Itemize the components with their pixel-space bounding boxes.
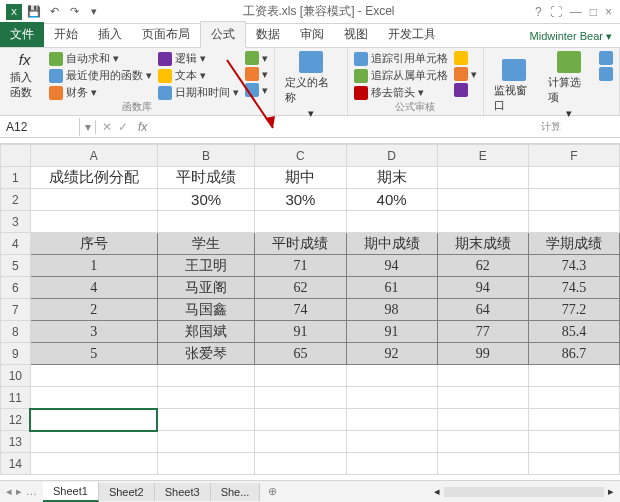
cell[interactable]: 平时成绩 [157,167,255,189]
cell[interactable]: 30% [157,189,255,211]
cell[interactable]: 62 [437,255,528,277]
cell[interactable]: 郑国斌 [157,321,255,343]
cell[interactable]: 30% [255,189,346,211]
cell[interactable] [30,453,157,475]
defined-names-button[interactable]: 定义的名称 ▾ [281,51,341,120]
cell[interactable]: 期末 [346,167,437,189]
fx-label-icon[interactable]: fx [134,120,151,134]
recent-functions-button[interactable]: 最近使用的函数 ▾ [49,68,152,83]
watch-window-button[interactable]: 监视窗口 [490,51,539,120]
cell[interactable]: 5 [30,343,157,365]
tab-file[interactable]: 文件 [0,22,44,47]
calculate-now-button[interactable] [599,51,613,65]
cell[interactable] [437,167,528,189]
cell[interactable] [528,387,619,409]
cell[interactable] [30,211,157,233]
name-box-dropdown-icon[interactable]: ▾ [80,120,96,134]
cell[interactable] [528,409,619,431]
cell[interactable] [437,409,528,431]
cell[interactable]: 64 [437,299,528,321]
row-header[interactable]: 4 [1,233,31,255]
hscroll-left-icon[interactable]: ◂ [434,485,440,498]
cell[interactable] [437,387,528,409]
cell[interactable]: 77 [437,321,528,343]
cell[interactable]: 74.3 [528,255,619,277]
tab-review[interactable]: 审阅 [290,22,334,47]
row-header[interactable]: 2 [1,189,31,211]
name-box[interactable]: A12 [0,118,80,136]
undo-icon[interactable]: ↶ [46,4,62,20]
cell[interactable]: 期末成绩 [437,233,528,255]
cell[interactable] [437,211,528,233]
cancel-formula-icon[interactable]: ✕ [102,120,112,134]
row-header[interactable]: 1 [1,167,31,189]
cell[interactable]: 99 [437,343,528,365]
help-icon[interactable]: ? [535,5,542,19]
cell[interactable] [30,431,157,453]
cell[interactable]: 王卫明 [157,255,255,277]
col-header-D[interactable]: D [346,145,437,167]
minimize-icon[interactable]: — [570,5,582,19]
cell[interactable]: 65 [255,343,346,365]
cell[interactable] [437,453,528,475]
ribbon-display-icon[interactable]: ⛶ [550,5,562,19]
col-header-E[interactable]: E [437,145,528,167]
autosum-button[interactable]: 自动求和 ▾ [49,51,152,66]
trace-precedents-button[interactable]: 追踪引用单元格 [354,51,448,66]
qat-dropdown-icon[interactable]: ▾ [86,4,102,20]
cell[interactable]: 平时成绩 [255,233,346,255]
hscroll-right-icon[interactable]: ▸ [608,485,614,498]
cell[interactable] [255,365,346,387]
cell[interactable]: 马亚阁 [157,277,255,299]
cell[interactable]: 期中 [255,167,346,189]
cell[interactable] [255,431,346,453]
cell[interactable]: 3 [30,321,157,343]
cell[interactable] [255,387,346,409]
cell[interactable]: 马国鑫 [157,299,255,321]
logical-button[interactable]: 逻辑 ▾ [158,51,239,66]
calculation-options-button[interactable]: 计算选项 ▾ [544,51,593,120]
cell[interactable]: 2 [30,299,157,321]
cell[interactable]: 85.4 [528,321,619,343]
row-header[interactable]: 10 [1,365,31,387]
cell[interactable]: 4 [30,277,157,299]
save-icon[interactable]: 💾 [26,4,42,20]
cell[interactable]: 61 [346,277,437,299]
cell[interactable] [528,365,619,387]
cell[interactable] [528,453,619,475]
cell[interactable]: 序号 [30,233,157,255]
row-header[interactable]: 8 [1,321,31,343]
cell[interactable] [255,211,346,233]
cell[interactable]: 成绩比例分配 [30,167,157,189]
cell[interactable] [157,453,255,475]
col-header-A[interactable]: A [30,145,157,167]
cell[interactable]: 86.7 [528,343,619,365]
error-checking-button[interactable]: ▾ [454,67,477,81]
cell[interactable] [437,431,528,453]
cell[interactable]: 74.5 [528,277,619,299]
show-formulas-button[interactable] [454,51,477,65]
cell[interactable] [157,431,255,453]
maximize-icon[interactable]: □ [590,5,597,19]
cell[interactable]: 期中成绩 [346,233,437,255]
cell[interactable]: 学生 [157,233,255,255]
col-header-F[interactable]: F [528,145,619,167]
cell[interactable] [30,365,157,387]
enter-formula-icon[interactable]: ✓ [118,120,128,134]
close-icon[interactable]: × [605,5,612,19]
worksheet-grid[interactable]: A B C D E F 1 成绩比例分配 平时成绩 期中 期末 2 30% 30… [0,144,620,475]
sheet-tab-2[interactable]: Sheet2 [99,483,155,501]
row-header[interactable]: 3 [1,211,31,233]
row-header[interactable]: 12 [1,409,31,431]
cell[interactable] [255,409,346,431]
cell[interactable] [528,431,619,453]
datetime-button[interactable]: 日期和时间 ▾ [158,85,239,100]
tab-formulas[interactable]: 公式 [200,21,246,48]
new-sheet-icon[interactable]: ⊕ [260,485,285,498]
cell[interactable] [157,365,255,387]
cell[interactable] [346,387,437,409]
tab-insert[interactable]: 插入 [88,22,132,47]
cell[interactable] [30,387,157,409]
row-header[interactable]: 5 [1,255,31,277]
row-header[interactable]: 13 [1,431,31,453]
